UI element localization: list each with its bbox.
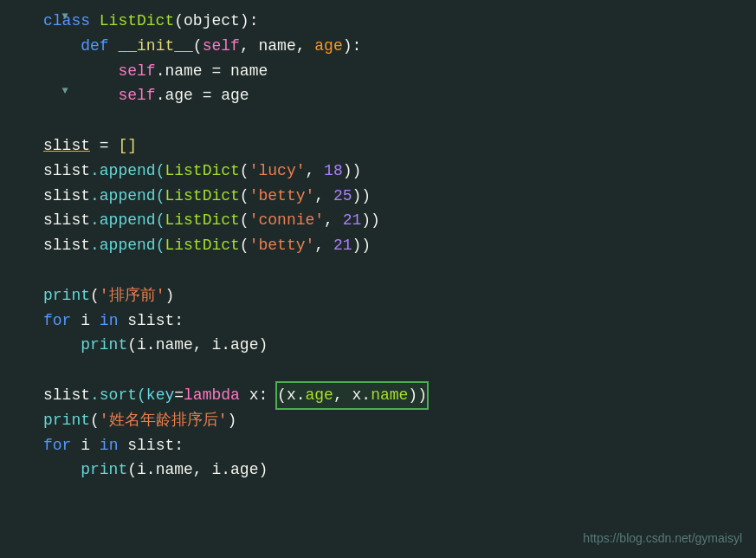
code-line-6: slist = [] (43, 133, 747, 159)
code-line-13: for i in slist: (43, 308, 747, 334)
code-line-2: def __init__(self, name, age): (43, 34, 747, 59)
lambda-expression-box: (x.age, x.name)) (277, 383, 427, 408)
code-line-12: print('排序前') (43, 283, 747, 308)
code-line-17: print('姓名年龄排序后') (43, 408, 747, 433)
fold-gutter-4[interactable]: ▼ (52, 83, 78, 100)
code-line-7: slist.append(ListDict('lucy', 18)) (43, 159, 747, 184)
code-line-16: slist.sort(key=lambda x: (x.age, x.name)… (43, 383, 747, 408)
class-name: ListDict (100, 9, 174, 34)
watermark: https://blog.csdn.net/gymaisyl (583, 529, 742, 548)
code-line-3: self.name = name (43, 59, 747, 84)
code-line-14: print(i.name, i.age) (43, 333, 747, 358)
code-line-4: ▼ self.age = age (43, 83, 747, 108)
code-line-15 (43, 358, 747, 383)
code-editor: ▼ class ListDict(object): def __init__(s… (0, 0, 756, 491)
code-line-11 (43, 258, 747, 283)
code-line-8: slist.append(ListDict('betty', 25)) (43, 184, 747, 209)
code-line-19: print(i.name, i.age) (43, 457, 747, 483)
code-line-9: slist.append(ListDict('connie', 21)) (43, 208, 747, 233)
code-line-18: for i in slist: (43, 433, 747, 458)
fold-gutter-1[interactable]: ▼ (52, 9, 78, 25)
code-line-10: slist.append(ListDict('betty', 21)) (43, 233, 747, 258)
code-line-1: ▼ class ListDict(object): (43, 9, 747, 34)
code-line-5 (43, 108, 747, 133)
